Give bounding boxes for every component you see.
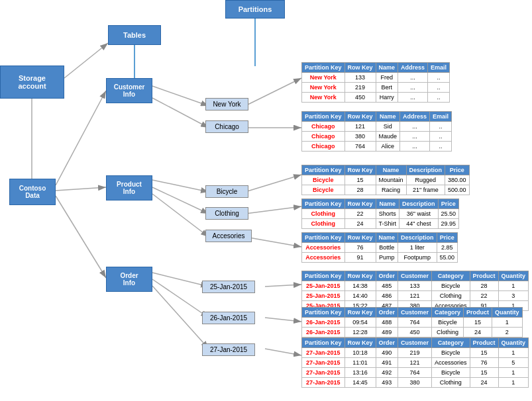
th-quantity: Quantity: [498, 338, 529, 348]
th-name: Name: [376, 63, 398, 73]
th-customer: Customer: [398, 271, 432, 281]
svg-line-6: [56, 196, 106, 278]
table-row: Accessories76Bottle1 liter2.85: [302, 243, 458, 253]
th-product: Product: [470, 338, 498, 348]
table-product-bic: Partition Key Row Key Name Description P…: [301, 165, 470, 195]
th-pk: Partition Key: [302, 199, 345, 209]
th-desc: Description: [406, 165, 445, 175]
diagram: Storage account Contoso Data Tables Part…: [0, 0, 532, 401]
svg-line-19: [152, 279, 209, 318]
th-product: Product: [464, 308, 492, 318]
svg-line-5: [56, 187, 106, 191]
table-order-27: Partition Key Row Key Order Customer Cat…: [301, 337, 529, 388]
th-rk: Row Key: [345, 308, 376, 318]
th-order: Order: [376, 338, 398, 348]
svg-line-22: [265, 318, 301, 322]
order-box: Order Info: [106, 267, 152, 292]
th-price: Price: [438, 199, 459, 209]
th-name: Name: [376, 165, 406, 175]
th-name: Name: [376, 199, 399, 209]
contoso-box: Contoso Data: [9, 179, 56, 205]
th-email: Email: [428, 63, 450, 73]
svg-line-23: [265, 349, 301, 355]
svg-line-4: [56, 91, 106, 185]
th-address: Address: [400, 112, 430, 122]
table-row: 25-Jan-201514:38485133Bicycle281: [302, 281, 529, 291]
th-rk: Row Key: [345, 338, 376, 348]
product-box: Product Info: [106, 175, 152, 200]
order-label: Order Info: [120, 272, 138, 287]
th-desc: Description: [398, 233, 437, 243]
th-pk: Partition Key: [302, 233, 345, 243]
table-row: 25-Jan-201514:40486121Clothing223: [302, 291, 529, 301]
svg-line-9: [152, 98, 209, 128]
partition-bicycle: Bicycle: [205, 185, 248, 198]
svg-line-7: [64, 43, 108, 78]
svg-line-10: [245, 78, 301, 106]
table-row: New York133Fred.....: [302, 73, 450, 83]
th-quantity: Quantity: [498, 271, 529, 281]
table-row: New York450Harry.....: [302, 93, 450, 103]
partition-chicago: Chicago: [205, 120, 248, 133]
th-rk: Row Key: [345, 165, 376, 175]
partition-clothing: Clothing: [205, 207, 248, 220]
table-row: 27-Jan-201513:16492764Bicycle151: [302, 368, 529, 378]
partition-jan27: 27-Jan-2015: [202, 343, 255, 356]
th-pk: Partition Key: [302, 308, 345, 318]
th-order: Order: [376, 271, 398, 281]
th-rk: Row Key: [345, 63, 376, 73]
table-product-clo: Partition Key Row Key Name Description P…: [301, 199, 459, 229]
table-customer-ny: Partition Key Row Key Name Address Email…: [301, 62, 450, 103]
partitions-label: Partitions: [239, 5, 272, 13]
svg-line-21: [265, 285, 301, 287]
tables-label: Tables: [123, 31, 146, 39]
table-row: Chicago764Alice.....: [302, 142, 452, 152]
th-customer: Customer: [398, 338, 432, 348]
th-desc: Description: [399, 199, 439, 209]
th-rk: Row Key: [345, 199, 376, 209]
storage-label: Storage account: [18, 74, 46, 90]
table-row: New York219Bert.....: [302, 83, 450, 93]
th-pk: Partition Key: [302, 63, 345, 73]
table-customer-chi: Partition Key Row Key Name Address Email…: [301, 111, 452, 152]
table-row: 27-Jan-201511:01491121Accessories765: [302, 358, 529, 368]
th-rk: Row Key: [345, 112, 376, 122]
table-row: 26-Jan-201512:28489450Clothing242: [302, 328, 523, 337]
svg-line-12: [152, 180, 209, 192]
table-row: Clothing22Shorts36" waist25.50: [302, 209, 459, 219]
th-pk: Partition Key: [302, 338, 345, 348]
th-category: Category: [432, 271, 470, 281]
contoso-label: Contoso Data: [19, 185, 46, 199]
svg-line-18: [152, 273, 209, 287]
th-product: Product: [470, 271, 498, 281]
th-category: Category: [432, 308, 464, 318]
svg-line-15: [245, 175, 301, 192]
table-row: Bicycle28Racing21" frame500.00: [302, 185, 470, 195]
customer-label: Customer Info: [114, 83, 145, 98]
table-product-acc: Partition Key Row Key Name Description P…: [301, 232, 458, 263]
table-row: 26-Jan-201509:54488764Bicycle151: [302, 318, 523, 328]
th-order: Order: [376, 308, 398, 318]
partition-accessories: Accesories: [205, 230, 252, 242]
th-category: Category: [432, 338, 470, 348]
th-price: Price: [437, 233, 458, 243]
th-rk: Row Key: [345, 271, 376, 281]
th-email: Email: [430, 112, 452, 122]
svg-line-17: [245, 237, 301, 247]
table-row: 27-Jan-201514:45493380Clothing241: [302, 378, 529, 388]
partitions-box: Partitions: [225, 0, 285, 19]
svg-line-14: [152, 194, 209, 237]
th-name: Name: [376, 233, 398, 243]
storage-box: Storage account: [0, 66, 64, 99]
table-row: Chicago380Maude.....: [302, 132, 452, 142]
partition-newyork: New York: [205, 98, 248, 111]
th-customer: Customer: [398, 308, 432, 318]
th-rk: Row Key: [345, 233, 376, 243]
th-pk: Partition Key: [302, 271, 345, 281]
partition-jan25: 25-Jan-2015: [202, 281, 255, 293]
table-order-26: Partition Key Row Key Order Customer Cat…: [301, 307, 523, 337]
th-pk: Partition Key: [302, 165, 345, 175]
th-price: Price: [445, 165, 470, 175]
table-row: Chicago121Sid.....: [302, 122, 452, 132]
tables-box: Tables: [108, 25, 161, 45]
